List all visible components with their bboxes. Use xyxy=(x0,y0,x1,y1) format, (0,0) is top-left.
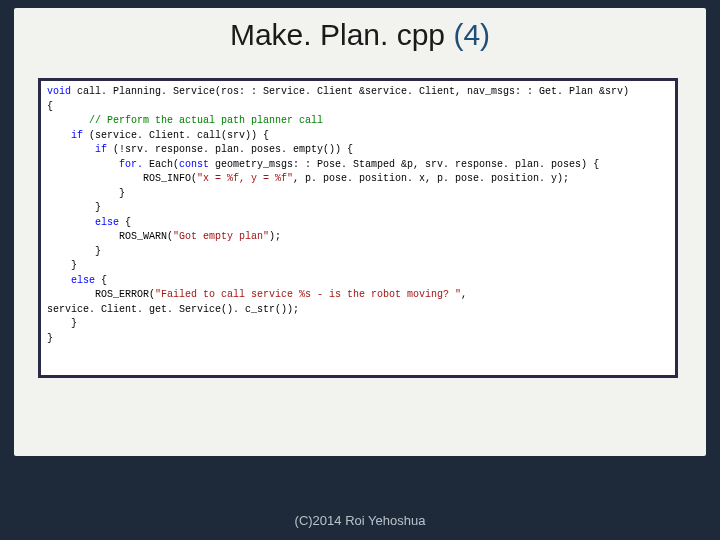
code-string: "Failed to call service %s - is the robo… xyxy=(155,289,461,300)
title-text: Make. Plan. cpp xyxy=(230,18,453,51)
code-string: "x = %f, y = %f" xyxy=(197,173,293,184)
code-text: service. Client. get. Service(). c_str()… xyxy=(47,304,299,315)
code-keyword: if xyxy=(71,130,83,141)
code-text: { xyxy=(47,101,53,112)
code-text: geometry_msgs: : Pose. Stamped &p, srv. … xyxy=(209,159,599,170)
code-text: } xyxy=(47,246,101,257)
code-keyword: for. xyxy=(119,159,143,170)
code-text: , p. pose. position. x, p. pose. positio… xyxy=(293,173,569,184)
code-comment: // Perform the actual path planner call xyxy=(89,115,323,126)
code-block: void call. Planning. Service(ros: : Serv… xyxy=(47,85,669,346)
code-text: } xyxy=(47,188,125,199)
code-text: ROS_WARN( xyxy=(47,231,173,242)
code-text xyxy=(47,217,95,228)
code-keyword: void xyxy=(47,86,71,97)
code-text: { xyxy=(95,275,107,286)
code-string: "Got empty plan" xyxy=(173,231,269,242)
code-text: } xyxy=(47,260,77,271)
footer-copyright: (C)2014 Roi Yehoshua xyxy=(0,513,720,528)
slide: Make. Plan. cpp (4) void call. Planning.… xyxy=(0,0,720,540)
code-keyword: const xyxy=(179,159,209,170)
code-text xyxy=(47,159,119,170)
code-text: (!srv. response. plan. poses. empty()) { xyxy=(107,144,353,155)
code-text: , xyxy=(461,289,467,300)
code-text: Each( xyxy=(143,159,179,170)
code-text xyxy=(47,130,71,141)
title-accent: (4) xyxy=(453,18,490,51)
code-text: { xyxy=(119,217,131,228)
code-keyword: else xyxy=(71,275,95,286)
code-text: } xyxy=(47,202,101,213)
slide-title: Make. Plan. cpp (4) xyxy=(0,18,720,52)
code-text: (service. Client. call(srv)) { xyxy=(83,130,269,141)
code-text xyxy=(47,115,89,126)
code-text xyxy=(47,275,71,286)
code-text: ); xyxy=(269,231,281,242)
code-box: void call. Planning. Service(ros: : Serv… xyxy=(38,78,678,378)
code-text: } xyxy=(47,318,77,329)
code-text: call. Planning. Service(ros: : Service. … xyxy=(71,86,629,97)
code-text xyxy=(47,144,95,155)
code-text: ROS_ERROR( xyxy=(47,289,155,300)
code-keyword: else xyxy=(95,217,119,228)
code-text: } xyxy=(47,333,53,344)
code-keyword: if xyxy=(95,144,107,155)
code-text: ROS_INFO( xyxy=(47,173,197,184)
